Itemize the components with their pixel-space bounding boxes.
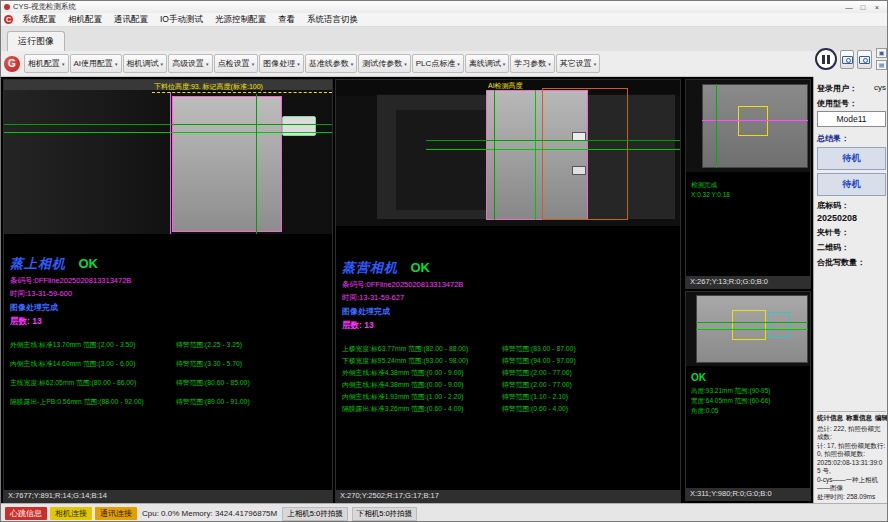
maximize-button[interactable]: □	[856, 3, 870, 12]
machinery-region	[4, 90, 180, 234]
camera-view-aux-bottom: OK 高度:93.21mm 范围:(90-95)宽度:64.05mm 范围:(6…	[685, 291, 811, 501]
chevron-down-icon: ▾	[206, 61, 209, 67]
toolbar-button[interactable]: 相机配置▾	[24, 54, 69, 73]
toolbar-button[interactable]: 基准线参数▾	[305, 54, 358, 73]
menu-item[interactable]: 通讯配置	[108, 14, 154, 26]
result-info-side: 蒸营相机 OK 条码号:0FFline2025020813313472B 时间:…	[336, 226, 680, 416]
connector-region	[282, 116, 316, 136]
result-info-top: 蒸上相机 OK 条码号:0FFline2025020813313472B 时间:…	[4, 234, 332, 416]
login-user-value: cys	[874, 83, 886, 94]
measurement-row: 主线宽度:标62.05mm 范围:(80.00 - 86.00) 待警范围:(8…	[10, 378, 326, 397]
process-status-text: 图像处理完成	[10, 302, 326, 313]
layer-count-text: 层数: 13	[342, 320, 674, 332]
chevron-down-icon: ▾	[457, 61, 460, 67]
camera-capture-icon	[859, 56, 870, 64]
status-badge: 相机连接	[50, 507, 92, 520]
roi-box	[738, 106, 768, 136]
toolbar-button[interactable]: PLC点标准▾	[412, 54, 464, 73]
measurement-row: 隔膜露出:标准3.26mm 范围:(0.60 - 4.00) 待警范围:(0.6…	[342, 404, 674, 416]
camera-title: 蒸营相机	[342, 260, 398, 275]
aux-measurements: 高度:93.21mm 范围:(90-95)宽度:64.05mm 范围:(60-6…	[686, 383, 810, 416]
toolbar-button[interactable]: 离线调试▾	[465, 54, 510, 73]
stats-tab[interactable]: 统计信息	[817, 414, 843, 423]
image-workspace: 下料位高度:93. 标记高度(标准:100) 蒸上相机 OK 条码号:0FFli…	[1, 77, 813, 503]
pause-icon	[827, 55, 830, 64]
aux-measurement-line: 检测完成	[691, 180, 805, 190]
ai-roi-box	[542, 88, 628, 220]
layer-count-text: 层数: 13	[10, 316, 326, 328]
measurement-row: 外侧主线:标准13.70mm 范围:(2.00 - 3.50) 待警范围:(2.…	[10, 340, 326, 359]
stats-line: 总计: 222, 拍照份额完成数:	[817, 425, 886, 442]
camera-image-aux-bottom[interactable]	[686, 292, 810, 366]
toolbar-button[interactable]: 测试传参数▾	[358, 54, 411, 73]
tab-run-image[interactable]: 运行图像	[7, 31, 65, 51]
stats-tab[interactable]: 称重信息	[846, 414, 872, 423]
result-indicator: 待机	[817, 147, 886, 170]
overlay-marker-line	[170, 92, 171, 234]
camera-image-aux-top[interactable]	[686, 80, 810, 172]
toolbar-button[interactable]: 图像处理▾	[259, 54, 304, 73]
overlay-hline-1	[426, 140, 680, 141]
stats-section: 统计信息称重信息编辑信息 总计: 222, 拍照份额完成数:计: 17, 拍照份…	[817, 411, 886, 502]
close-button[interactable]: ×	[870, 3, 884, 12]
toolbar-button[interactable]: AI使用配置▾	[70, 54, 122, 73]
stats-line: 处理时间: 258.09ms	[817, 493, 886, 502]
toolbar-button[interactable]: 高级设置▾	[168, 54, 213, 73]
menubar: C 系统配置相机配置通讯配置IO手动测试光源控制配置查看系统语言切换	[1, 13, 887, 27]
height-overlay-label: 下料位高度:93. 标记高度(标准:100)	[154, 82, 263, 92]
camera-status-chip: 上相机5:0持拍摄	[282, 507, 347, 521]
overlay-hline-2	[696, 329, 808, 330]
app-window: CYS-视觉检测系统 — □ × C 系统配置相机配置通讯配置IO手动测试光源控…	[0, 0, 888, 522]
camera-view-aux-top: 检测完成X:0.32 Y:0.18 X:267;Y:13;R:0;G:0;B:0	[685, 79, 811, 289]
toolbar: G 相机配置▾ AI使用配置▾ 相机调试▾ 高级设置▾ 点检设置▾ 图像处理▾ …	[1, 51, 813, 77]
titlebar: CYS-视觉检测系统 — □ ×	[1, 1, 887, 13]
status-badges: 心跳信息相机连接通讯连接	[5, 507, 137, 520]
chevron-down-icon: ▾	[297, 61, 300, 67]
pause-button[interactable]	[815, 48, 837, 70]
content-area: 下料位高度:93. 标记高度(标准:100) 蒸上相机 OK 条码号:0FFli…	[1, 77, 888, 503]
panel-toggle-top-button[interactable]: ▣	[876, 48, 887, 58]
overlay-marker-line	[702, 120, 808, 121]
menu-item[interactable]: IO手动测试	[154, 14, 209, 26]
minimize-button[interactable]: —	[842, 3, 856, 12]
result-ok-badge: OK	[686, 366, 810, 383]
menu-item[interactable]: 系统语言切换	[301, 14, 364, 26]
stats-tabs: 统计信息称重信息编辑信息	[817, 414, 886, 423]
menu-item[interactable]: 系统配置	[16, 14, 62, 26]
roi-box	[732, 310, 766, 340]
measurement-row: 外侧主线:标准4.38mm 范围:(0.00 - 9.00) 待警范围:(2.0…	[342, 368, 674, 380]
chevron-down-icon: ▾	[594, 61, 597, 67]
toolbar-button[interactable]: 相机调试▾	[123, 54, 168, 73]
menu-item[interactable]: 相机配置	[62, 14, 108, 26]
chevron-down-icon: ▾	[548, 61, 551, 67]
camera-view-top: 下料位高度:93. 标记高度(标准:100) 蒸上相机 OK 条码号:0FFli…	[3, 79, 333, 503]
model-select[interactable]: Mode11	[817, 111, 886, 127]
aux-measurement-line: X:0.32 Y:0.18	[691, 190, 805, 200]
barcode-text: 条码号:0FFline2025020813313472B	[10, 276, 326, 286]
chevron-down-icon: ▾	[404, 61, 407, 67]
panel-toggle-bottom-button[interactable]: ▤	[876, 60, 887, 70]
aux-measurement-line: 高度:93.21mm 范围:(90-95)	[691, 386, 805, 396]
camera-status-chip: 下相机5:0持拍摄	[352, 507, 417, 521]
camera-capture-button[interactable]	[857, 50, 872, 69]
camera-snapshot-button[interactable]	[840, 50, 855, 69]
capture-controls: ▣ ▤	[815, 43, 887, 75]
overlay-hline-2	[426, 149, 680, 150]
overlay-vline	[716, 84, 717, 168]
menu-item[interactable]: 光源控制配置	[209, 14, 272, 26]
stats-tab[interactable]: 编辑信息	[875, 414, 888, 423]
reference-dashed-line	[152, 92, 332, 93]
camera-image-top[interactable]: 下料位高度:93. 标记高度(标准:100)	[4, 80, 332, 234]
pixel-coord-readout: X:7677;Y:891;R:14;G:14;B:14	[4, 490, 332, 502]
menu-item[interactable]: 查看	[272, 14, 301, 26]
base-code-label: 底标码：	[817, 200, 886, 211]
result-box-list: 待机待机	[817, 144, 886, 196]
camera-status-chips: 上相机5:0持拍摄下相机5:0持拍摄	[282, 507, 417, 521]
machinery-shadow-region	[396, 110, 486, 210]
time-text: 时间:13-31-59-600	[10, 289, 326, 299]
toolbar-button[interactable]: 学习参数▾	[510, 54, 555, 73]
camera-image-side[interactable]: AI检测高度	[336, 80, 680, 226]
login-row: 登录用户： cys	[817, 83, 886, 94]
toolbar-button[interactable]: 其它设置▾	[556, 54, 601, 73]
toolbar-button[interactable]: 点检设置▾	[214, 54, 259, 73]
